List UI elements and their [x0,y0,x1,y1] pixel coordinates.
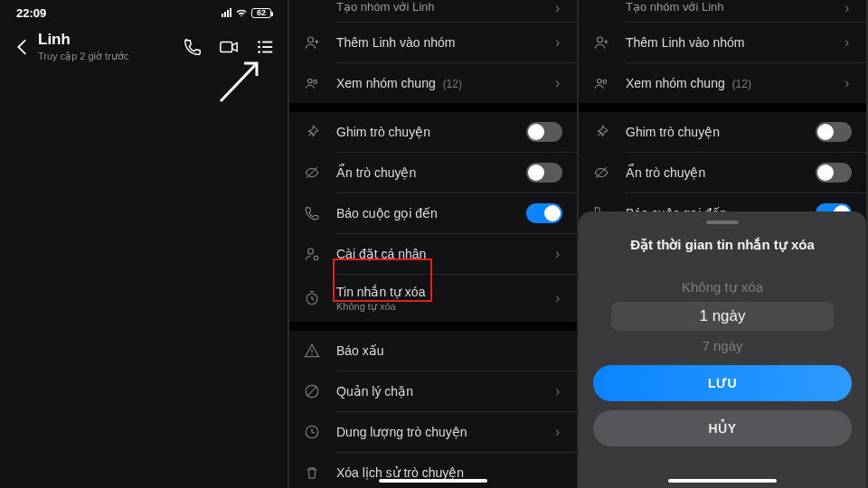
svg-point-8 [308,37,314,42]
chevron-right-icon: › [555,383,562,399]
user-cog-icon [304,246,320,262]
label-pin: Ghim trò chuyện [626,125,816,139]
label-group-create: Tạo nhóm với Linh [626,0,844,14]
label-group-mutual: Xem nhóm chung (12) [626,76,844,90]
chevron-right-icon: › [844,0,852,16]
row-group-add[interactable]: Thêm Linh vào nhóm › [579,23,866,62]
home-indicator[interactable] [379,479,487,483]
row-clear[interactable]: Xóa lịch sử trò chuyện [289,453,577,488]
auto-delete-sheet: Đặt thời gian tin nhắn tự xóa Không tự x… [579,211,866,488]
back-icon[interactable] [13,37,33,57]
contact-activity: Truy cập 2 giờ trước [38,51,183,62]
toggle-hide[interactable] [526,163,562,183]
label-personal: Cài đặt cá nhân [336,247,555,261]
row-hide[interactable]: Ẩn trò chuyện [579,153,866,192]
settings-list: Tạo nhóm với Linh › Thêm Linh vào nhóm ›… [289,0,577,488]
pane-sheet: Tạo nhóm với Linh › Thêm Linh vào nhóm ›… [579,0,868,488]
row-group-create[interactable]: Tạo nhóm với Linh › [579,0,866,22]
toggle-pin[interactable] [526,122,562,142]
svg-rect-6 [262,51,272,52]
row-auto-delete[interactable]: Tin nhắn tự xóa Không tự xóa › [289,275,577,322]
pane-chat: 22:09 62 Linh Truy cập 2 giờ trước [0,0,289,488]
group-add-icon [593,0,609,16]
trash-icon [304,465,320,481]
picker-option[interactable]: 7 ngày [702,331,742,360]
chevron-right-icon: › [555,0,562,16]
wifi-icon [235,8,248,17]
status-bar: 22:09 62 [0,0,288,25]
svg-point-9 [308,80,313,84]
svg-point-20 [598,37,603,42]
svg-point-21 [598,80,602,84]
label-group-create: Tạo nhóm với Linh [336,0,555,14]
row-group-create[interactable]: Tạo nhóm với Linh › [289,0,577,22]
users-icon [304,75,320,91]
row-block[interactable]: Quản lý chặn › [289,371,577,411]
group-add-icon [304,0,320,16]
contact-name: Linh [38,31,183,49]
chevron-right-icon: › [555,290,562,306]
label-block: Quản lý chặn [336,384,555,399]
home-indicator[interactable] [668,479,777,483]
row-group-mutual[interactable]: Xem nhóm chung (12) › [579,63,866,103]
settings-list-bg: Tạo nhóm với Linh › Thêm Linh vào nhóm ›… [579,0,866,233]
label-group-mutual: Xem nhóm chung (12) [336,76,555,90]
picker-option-selected[interactable]: 1 ngày [611,302,834,331]
label-clear: Xóa lịch sử trò chuyện [336,465,562,480]
row-personal[interactable]: Cài đặt cá nhân › [289,234,577,274]
svg-point-2 [258,45,260,48]
label-storage: Dung lượng trò chuyện [336,425,555,439]
eye-off-icon [304,164,320,181]
row-storage[interactable]: Dung lượng trò chuyện › [289,412,577,452]
arrow-annotation-icon [213,54,268,108]
user-plus-icon [304,34,320,51]
time-picker[interactable]: Không tự xóa 1 ngày 7 ngày [593,273,852,360]
row-pin[interactable]: Ghim trò chuyện [579,112,866,152]
svg-point-12 [308,249,314,254]
svg-point-10 [314,80,317,84]
timer-icon [304,290,320,306]
call-in-icon [304,205,320,221]
label-hide: Ẩn trò chuyện [626,165,816,180]
sheet-title: Đặt thời gian tin nhắn tự xóa [630,237,815,253]
toggle-pin[interactable] [816,122,852,142]
pin-icon [304,124,320,140]
cancel-button[interactable]: HỦY [593,410,852,446]
row-call-notify[interactable]: Báo cuộc gọi đến [289,193,577,233]
save-button[interactable]: LƯU [593,365,852,401]
label-hide: Ẩn trò chuyện [336,165,526,180]
label-report: Báo xấu [336,343,562,358]
row-group-add[interactable]: Thêm Linh vào nhóm › [289,23,577,62]
svg-point-1 [258,41,260,43]
users-icon [593,75,609,91]
svg-rect-4 [262,41,272,42]
label-group-add: Thêm Linh vào nhóm [336,35,555,50]
row-pin[interactable]: Ghim trò chuyện [289,112,577,152]
svg-point-16 [311,354,313,356]
row-hide[interactable]: Ẩn trò chuyện [289,153,577,192]
pin-icon [593,124,609,140]
picker-option[interactable]: Không tự xóa [682,273,763,302]
toggle-call-notify[interactable] [526,203,562,223]
chevron-right-icon: › [555,75,562,91]
sheet-grabber[interactable] [706,221,739,224]
toggle-hide[interactable] [816,163,852,183]
svg-point-3 [258,51,260,53]
chevron-right-icon: › [555,34,562,51]
svg-line-7 [221,63,257,101]
svg-rect-0 [221,42,232,52]
block-icon [304,383,320,399]
eye-off-icon [593,164,609,181]
user-plus-icon [593,34,609,51]
svg-line-18 [307,387,317,397]
row-group-mutual[interactable]: Xem nhóm chung (12) › [289,63,577,103]
contact-block[interactable]: Linh Truy cập 2 giờ trước [38,31,183,62]
call-icon[interactable] [183,37,203,57]
row-report[interactable]: Báo xấu [289,331,577,371]
status-time: 22:09 [16,6,46,20]
alert-icon [304,343,320,359]
svg-point-22 [603,80,607,84]
chevron-right-icon: › [555,246,562,262]
label-call-notify: Báo cuộc gọi đến [336,206,526,221]
chevron-right-icon: › [555,424,562,440]
